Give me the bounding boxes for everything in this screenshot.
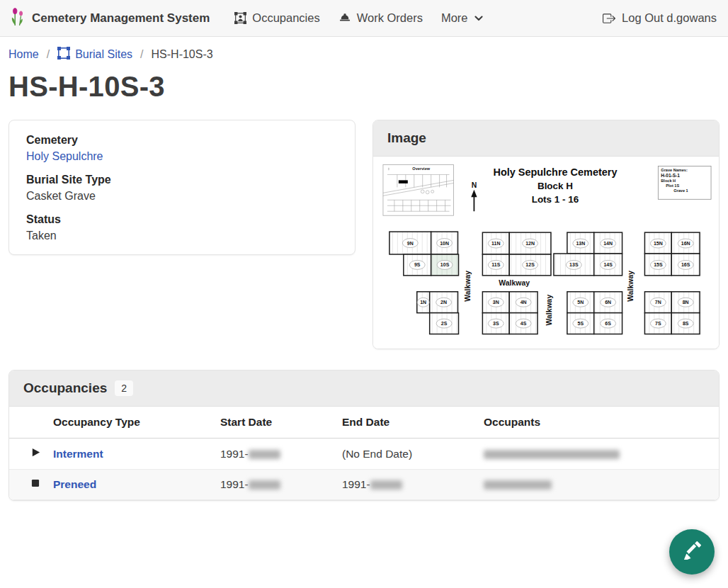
occupancies-card-header: Occupancies 2: [9, 371, 719, 407]
overview-label: Overview: [412, 166, 430, 171]
svg-text:2N: 2N: [440, 300, 447, 305]
svg-text:8S: 8S: [683, 321, 689, 326]
map-title-line: Lots 1 - 16: [532, 194, 579, 205]
hard-hat-icon: [339, 12, 351, 24]
burial-site-type-label: Burial Site Type: [26, 174, 338, 186]
svg-text:10S: 10S: [440, 262, 450, 267]
walkway-label: Walkway: [545, 295, 553, 326]
occupancy-row-interment: Interment 1991- (No End Date): [9, 439, 719, 470]
burial-site-details-card: Cemetery Holy Sepulchre Burial Site Type…: [8, 120, 356, 255]
occupancy-row-preneed: Preneed 1991- 1991-: [9, 470, 719, 500]
svg-text:7S: 7S: [655, 321, 661, 326]
start-date-value: 1991-: [220, 478, 249, 490]
svg-text:14N: 14N: [603, 241, 613, 246]
start-date-value: 1991-: [220, 448, 249, 460]
svg-text:10N: 10N: [440, 241, 449, 246]
svg-text:5N: 5N: [577, 300, 584, 305]
burial-site-type-value: Casket Grave: [26, 190, 338, 203]
breadcrumb-current: HS-H-10S-3: [152, 48, 213, 61]
svg-text:16S: 16S: [681, 262, 690, 267]
svg-text:6N: 6N: [605, 300, 611, 305]
plot-map-image: Overview N Holy Sepulchre Cemetery Bloc: [373, 157, 719, 349]
svg-text:3S: 3S: [493, 321, 499, 326]
svg-text:6S: 6S: [605, 321, 611, 326]
breadcrumb-separator: /: [140, 48, 143, 61]
nav-item-work-orders[interactable]: Work Orders: [329, 6, 432, 30]
svg-text:Grave Names:: Grave Names:: [661, 168, 688, 172]
svg-text:7N: 7N: [655, 300, 661, 305]
occupancy-type-link[interactable]: Interment: [53, 448, 103, 460]
nav-item-more[interactable]: More: [432, 6, 493, 30]
map-title-line: Block H: [538, 181, 573, 191]
walkway-label: Walkway: [464, 271, 472, 302]
column-occupancy-type: Occupancy Type: [53, 407, 220, 439]
svg-text:12S: 12S: [525, 262, 535, 267]
svg-text:Grave 1: Grave 1: [673, 188, 688, 193]
image-card: Image Overview: [372, 120, 720, 349]
burial-site-icon: [57, 47, 70, 62]
north-label: N: [472, 181, 477, 189]
svg-text:13S: 13S: [569, 262, 579, 267]
redacted-date: [249, 450, 280, 459]
cemetery-link[interactable]: Holy Sepulchre: [26, 150, 103, 162]
svg-text:1N: 1N: [420, 300, 426, 305]
app-brand[interactable]: Cemetery Management System: [10, 7, 210, 29]
svg-text:15S: 15S: [654, 262, 663, 267]
status-label: Status: [26, 213, 338, 226]
grave-names-legend: Grave Names: H-01-S-1 Block H Plot 1S Gr…: [658, 166, 711, 199]
redacted-date: [249, 480, 280, 490]
breadcrumb: Home / Burial Sites / HS-H-10S-3: [8, 47, 720, 62]
occupancies-table: Occupancy Type Start Date End Date Occup…: [9, 407, 719, 500]
logout-button[interactable]: Log Out d.gowans: [601, 6, 718, 30]
svg-text:14S: 14S: [603, 262, 613, 267]
svg-text:Plot 1S: Plot 1S: [666, 183, 679, 188]
svg-text:5S: 5S: [578, 321, 584, 326]
occupancies-title: Occupancies: [23, 380, 107, 396]
svg-text:2S: 2S: [441, 321, 448, 326]
breadcrumb-burial-sites[interactable]: Burial Sites: [57, 47, 132, 62]
nav-item-label: Occupancies: [252, 11, 319, 25]
nav-item-label: More: [441, 11, 468, 25]
occupancies-count-badge: 2: [115, 380, 133, 396]
svg-text:8N: 8N: [683, 300, 689, 305]
redacted-date: [370, 480, 402, 490]
walkway-label: Walkway: [627, 271, 635, 302]
north-arrow: N: [471, 181, 477, 211]
redacted-occupants: [484, 480, 552, 490]
page-title: HS-H-10S-3: [8, 71, 720, 103]
tulip-logo-icon: [10, 7, 25, 29]
svg-text:11N: 11N: [491, 241, 500, 246]
svg-text:4S: 4S: [521, 321, 527, 326]
svg-text:3N: 3N: [493, 300, 499, 305]
breadcrumb-separator: /: [47, 48, 50, 61]
svg-text:Block H: Block H: [661, 179, 676, 183]
svg-text:9S: 9S: [414, 262, 421, 267]
end-date-value: 1991-: [342, 478, 370, 490]
svg-text:11S: 11S: [491, 262, 500, 267]
breadcrumb-label: Burial Sites: [75, 48, 132, 61]
nav-item-occupancies[interactable]: Occupancies: [225, 6, 329, 30]
chevron-down-icon: [474, 13, 484, 23]
edit-fab-button[interactable]: [669, 529, 715, 575]
column-end-date: End Date: [342, 407, 484, 439]
column-start-date: Start Date: [220, 407, 342, 439]
svg-text:12N: 12N: [525, 241, 535, 246]
logout-label: Log Out d.gowans: [622, 11, 717, 25]
occupancies-card: Occupancies 2 Occupancy Type Start Date …: [8, 370, 720, 501]
svg-text:16N: 16N: [681, 241, 690, 246]
top-navbar: Cemetery Management System Occupancies: [0, 0, 728, 37]
redacted-occupants: [484, 450, 620, 459]
walkway-label: Walkway: [499, 279, 530, 287]
nav-links: Occupancies Work Orders More: [225, 6, 492, 30]
play-icon: [30, 448, 41, 460]
column-occupants: Occupants: [484, 407, 719, 439]
occupancy-type-link[interactable]: Preneed: [53, 478, 96, 490]
table-header-row: Occupancy Type Start Date End Date Occup…: [9, 407, 719, 439]
svg-text:4N: 4N: [521, 300, 527, 305]
app-title: Cemetery Management System: [32, 11, 210, 26]
breadcrumb-home[interactable]: Home: [8, 48, 39, 61]
svg-text:15N: 15N: [654, 241, 663, 246]
image-card-header: Image: [373, 120, 719, 157]
svg-text:9N: 9N: [407, 241, 414, 246]
cemetery-label: Cemetery: [26, 134, 338, 147]
